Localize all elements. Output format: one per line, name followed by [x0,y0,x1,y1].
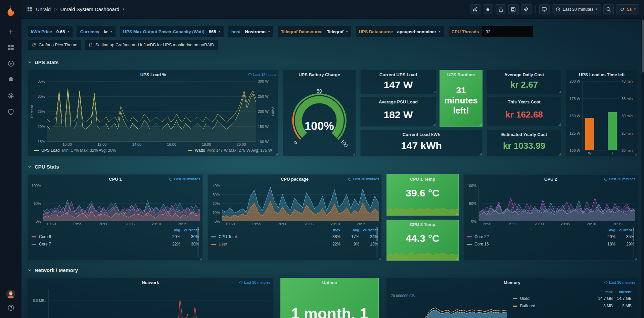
legend-col-max[interactable]: max [594,290,613,294]
dashboard-settings-button[interactable] [521,4,532,14]
link-ups-monitoring-guide[interactable]: Setting up Grafana and InfluxDB for UPS … [85,40,218,50]
panel-cpu1: CPU 1 Last 30 minutes 100%50%0% [28,174,203,261]
panel-title[interactable]: Network [142,280,159,285]
legend-row-core16[interactable]: Core 16 18% 29% [467,240,634,248]
cpu2-plot[interactable]: 19:5019:5520:0020:0520:1020:15 [478,186,635,221]
ups-load-plot[interactable]: 10:0012:0014:0016:0018:0020:00 [47,81,256,142]
variable-ups-datasource[interactable]: UPS Datasource apcupsd-container▾ [356,26,444,37]
save-dashboard-button[interactable] [508,4,519,14]
cpu-threads-input[interactable] [482,26,533,37]
panel-title[interactable]: Current UPS Load [379,72,417,77]
configuration-gear-icon[interactable] [7,92,14,99]
tv-mode-button[interactable] [539,4,550,14]
panel-title[interactable]: Current Load kWh [403,132,441,137]
panel-title[interactable]: CPU 1 Temp [410,177,435,182]
panel-title[interactable]: UPS Load % [140,72,166,77]
dashboard-title[interactable]: Unraid System Dashboard [60,6,119,12]
legend-row-cpu-total[interactable]: CPU Total 38% 17% 24% [211,233,378,240]
variable-telegraf-datasource[interactable]: Telegraf Datasource Telegraf▾ [278,26,351,37]
sidebar: + [0,0,21,318]
stat-value: 147 W [361,79,436,94]
panel-title[interactable]: Estimated Yearly Cost [501,132,547,137]
legend-row-core7[interactable]: Core 7 22% 30% [32,240,199,248]
legend-scrollbar[interactable] [197,227,199,258]
legend-swatch [188,150,192,151]
breadcrumb-folder[interactable]: Unraid [36,6,51,12]
legend-col-current[interactable]: current▾ [180,228,199,232]
caret-down-icon[interactable]: ▾ [123,8,124,11]
dashboards-icon[interactable] [7,44,14,51]
page-scrollbar[interactable] [641,19,644,318]
section-header-ups-stats[interactable]: UPS Stats [28,58,638,66]
top-navbar: Unraid > Unraid System Dashboard ▾ [21,0,644,19]
variable-currency[interactable]: Currency kr▾ [77,26,116,37]
variable-kwh-price[interactable]: kWh Price 0.65▾ [28,26,73,37]
network-plot[interactable] [48,289,270,318]
panel-title[interactable]: Memory [504,280,520,285]
legend-col-avg[interactable]: avg [162,228,180,232]
ups-stat-tiles: Current UPS Load 147 W UPS Runtime 31 mi… [360,70,482,156]
zoom-out-button[interactable] [603,4,614,14]
legend-scrollbar[interactable] [633,227,634,258]
grafana-logo-icon[interactable] [4,4,17,17]
panel-time-override[interactable]: Last 30 minutes [348,177,379,181]
panel-ups-load: UPS Load % Last 12 hours Percent 35%30%2… [28,70,278,156]
server-admin-shield-icon[interactable] [7,108,14,116]
legend-row-used[interactable]: Used 14.7 GB 14.7 GB [513,295,632,302]
legend-col-current[interactable]: current▾ [615,228,634,232]
clock-icon [169,177,173,181]
legend-item-ups-load[interactable]: UPS Load Min: 17% Max: 32% Avg: 20% [34,148,116,153]
alerting-bell-icon[interactable] [7,76,14,83]
section-header-network-memory[interactable]: Network / Memory [28,266,638,274]
panel-time-override[interactable]: Last 30 minutes [604,177,635,181]
refresh-picker[interactable]: 5s ▾ [616,4,639,14]
time-range-label: Last 30 minutes [244,280,270,284]
legend-col-current[interactable]: current▾ [359,228,378,232]
variable-ups-max-output[interactable]: UPS Max Output Power Capacity (Watt) 865… [120,26,224,37]
variable-host[interactable]: host Nostromo▾ [228,26,273,37]
panel-time-override[interactable]: Last 30 minutes [239,280,270,284]
share-button[interactable] [496,4,506,14]
panel-title[interactable]: CPU 2 Temp [410,222,435,227]
panel-title[interactable]: This Years Cost [508,99,540,104]
legend-col-current[interactable]: current [613,290,632,294]
panel-title[interactable]: Average PSU Load [379,99,418,104]
legend-col-avg[interactable]: avg [597,228,615,232]
legend-row-user[interactable]: User 22% 9% 13% [211,240,378,248]
cpu1-plot[interactable]: 19:5019:5520:0020:0520:1020:15 [43,186,200,221]
legend-row-buffered[interactable]: Buffered 3 MB 3 MB [513,302,632,310]
panel-time-override[interactable]: Last 30 minutes [604,280,635,284]
legend-row-core6[interactable]: Core 6 20% 30% [32,233,199,240]
panel-title[interactable]: CPU package [281,177,309,182]
panel-title[interactable]: Average Daily Cost [504,72,544,77]
breadcrumb: Unraid > Unraid System Dashboard ▾ [27,6,124,12]
panel-title[interactable]: UPS Runtime [447,72,475,77]
explore-compass-icon[interactable] [7,60,14,67]
variable-value: Nostromo [245,29,266,34]
legend-col-avg[interactable]: avg [340,228,359,232]
legend-item-watts[interactable]: Watts Min: 147 W Max: 278 W Avg: 175 W [188,148,272,153]
legend-scrollbar[interactable] [376,227,378,258]
panel-title[interactable]: UPS Load vs Time left [579,72,625,77]
create-plus-icon[interactable]: + [7,28,14,35]
legend-col-max[interactable]: max [322,228,340,232]
memory-plot[interactable] [417,289,507,318]
star-button[interactable] [483,4,493,14]
panel-title[interactable]: CPU 1 [109,177,122,182]
panel-cpu1-temp: CPU 1 Temp 39.6 °C [386,174,459,216]
panel-time-override[interactable]: Last 12 hours [248,73,276,77]
help-icon[interactable] [7,304,14,311]
panel-title[interactable]: Uptime [322,280,337,285]
section-header-cpu-stats[interactable]: CPU Stats [28,162,638,171]
legend-row-core22[interactable]: Core 22 20% 35% [467,233,634,240]
bar-plot[interactable]: WT [582,81,619,150]
panel-title[interactable]: UPS Battery Charge [298,72,340,77]
cpu-package-plot[interactable]: 19:5019:5520:0020:0520:1020:15 [222,186,379,221]
link-grafana-plex-theme[interactable]: Grafana Plex Theme [28,40,81,50]
variable-label: Currency [77,26,102,37]
time-range-picker[interactable]: Last 30 minutes ▾ [552,4,601,14]
panel-time-override[interactable]: Last 30 minutes [169,177,200,181]
add-panel-button[interactable] [470,4,480,14]
panel-title[interactable]: CPU 2 [544,177,557,182]
user-avatar[interactable] [6,289,15,299]
